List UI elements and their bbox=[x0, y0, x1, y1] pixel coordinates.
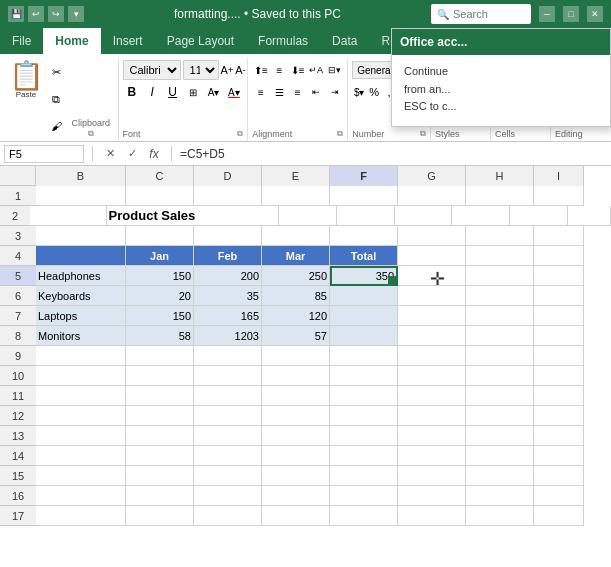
col-header-d[interactable]: D bbox=[194, 166, 262, 186]
cell-f8[interactable] bbox=[330, 326, 398, 346]
cell-i1[interactable] bbox=[534, 186, 584, 206]
cell-e5[interactable]: 250 bbox=[262, 266, 330, 286]
underline-button[interactable]: U bbox=[163, 82, 181, 102]
cell-i4[interactable] bbox=[534, 246, 584, 266]
cell-d14[interactable] bbox=[194, 446, 262, 466]
cell-h11[interactable] bbox=[466, 386, 534, 406]
row-header-2[interactable]: 2 bbox=[0, 206, 30, 226]
cell-f5[interactable]: 350 bbox=[330, 266, 398, 286]
row-header-11[interactable]: 11 bbox=[0, 386, 36, 406]
cell-g17[interactable] bbox=[398, 506, 466, 526]
formula-cancel-button[interactable]: ✕ bbox=[101, 145, 119, 163]
align-center-button[interactable]: ☰ bbox=[271, 82, 288, 102]
cell-i15[interactable] bbox=[534, 466, 584, 486]
cell-e10[interactable] bbox=[262, 366, 330, 386]
cell-h1[interactable] bbox=[466, 186, 534, 206]
cell-b10[interactable] bbox=[36, 366, 126, 386]
col-header-g[interactable]: G bbox=[398, 166, 466, 186]
cell-b15[interactable] bbox=[36, 466, 126, 486]
cell-c17[interactable] bbox=[126, 506, 194, 526]
cell-f3[interactable] bbox=[330, 226, 398, 246]
cell-h15[interactable] bbox=[466, 466, 534, 486]
tab-formulas[interactable]: Formulas bbox=[246, 28, 320, 54]
search-box[interactable]: 🔍 bbox=[431, 4, 531, 24]
cell-e4[interactable]: Mar bbox=[262, 246, 330, 266]
office-popup[interactable]: Office acc... Continue from an... ESC to… bbox=[391, 28, 611, 127]
align-middle-button[interactable]: ≡ bbox=[271, 60, 288, 80]
cell-h16[interactable] bbox=[466, 486, 534, 506]
cell-h8[interactable] bbox=[466, 326, 534, 346]
cell-c11[interactable] bbox=[126, 386, 194, 406]
tab-file[interactable]: File bbox=[0, 28, 43, 54]
cell-f13[interactable] bbox=[330, 426, 398, 446]
cell-g3[interactable] bbox=[398, 226, 466, 246]
cell-e8[interactable]: 57 bbox=[262, 326, 330, 346]
cell-c5[interactable]: 150 bbox=[126, 266, 194, 286]
cell-b16[interactable] bbox=[36, 486, 126, 506]
cell-i14[interactable] bbox=[534, 446, 584, 466]
row-header-13[interactable]: 13 bbox=[0, 426, 36, 446]
row-header-5[interactable]: 5 bbox=[0, 266, 36, 286]
tab-data[interactable]: Data bbox=[320, 28, 369, 54]
cell-e12[interactable] bbox=[262, 406, 330, 426]
cell-d3[interactable] bbox=[194, 226, 262, 246]
cell-f6[interactable] bbox=[330, 286, 398, 306]
format-painter-button[interactable]: 🖌 bbox=[46, 117, 66, 135]
cell-i5[interactable] bbox=[534, 266, 584, 286]
cell-c13[interactable] bbox=[126, 426, 194, 446]
cell-i6[interactable] bbox=[534, 286, 584, 306]
cell-g6[interactable] bbox=[398, 286, 466, 306]
cell-c9[interactable] bbox=[126, 346, 194, 366]
decrease-font-button[interactable]: A- bbox=[235, 60, 245, 80]
cell-e1[interactable] bbox=[262, 186, 330, 206]
cell-d8[interactable]: 1203 bbox=[194, 326, 262, 346]
row-header-17[interactable]: 17 bbox=[0, 506, 36, 526]
cell-h10[interactable] bbox=[466, 366, 534, 386]
cell-c3[interactable] bbox=[126, 226, 194, 246]
cell-h14[interactable] bbox=[466, 446, 534, 466]
tab-insert[interactable]: Insert bbox=[101, 28, 155, 54]
maximize-icon[interactable]: □ bbox=[563, 6, 579, 22]
percent-button[interactable]: % bbox=[367, 82, 381, 102]
col-header-h[interactable]: H bbox=[466, 166, 534, 186]
cut-button[interactable]: ✂ bbox=[46, 64, 66, 82]
cell-f1[interactable] bbox=[330, 186, 398, 206]
font-name-select[interactable]: Calibri bbox=[123, 60, 181, 80]
cell-b17[interactable] bbox=[36, 506, 126, 526]
search-input[interactable] bbox=[453, 8, 513, 20]
cell-h2[interactable] bbox=[510, 206, 568, 226]
cell-d7[interactable]: 165 bbox=[194, 306, 262, 326]
row-header-4[interactable]: 4 bbox=[0, 246, 36, 266]
cell-i8[interactable] bbox=[534, 326, 584, 346]
cell-i13[interactable] bbox=[534, 426, 584, 446]
cell-h13[interactable] bbox=[466, 426, 534, 446]
cell-e3[interactable] bbox=[262, 226, 330, 246]
col-header-e[interactable]: E bbox=[262, 166, 330, 186]
formula-input[interactable] bbox=[180, 147, 607, 161]
cell-f14[interactable] bbox=[330, 446, 398, 466]
cell-d1[interactable] bbox=[194, 186, 262, 206]
row-header-1[interactable]: 1 bbox=[0, 186, 36, 206]
cell-c6[interactable]: 20 bbox=[126, 286, 194, 306]
cell-c7[interactable]: 150 bbox=[126, 306, 194, 326]
cell-d6[interactable]: 35 bbox=[194, 286, 262, 306]
col-header-f[interactable]: F bbox=[330, 166, 398, 186]
cell-f16[interactable] bbox=[330, 486, 398, 506]
cell-c10[interactable] bbox=[126, 366, 194, 386]
cell-g14[interactable] bbox=[398, 446, 466, 466]
cell-c16[interactable] bbox=[126, 486, 194, 506]
fill-color-button[interactable]: A▾ bbox=[204, 82, 222, 102]
cell-b12[interactable] bbox=[36, 406, 126, 426]
indent-decrease-button[interactable]: ⇤ bbox=[307, 82, 324, 102]
cell-e11[interactable] bbox=[262, 386, 330, 406]
border-button[interactable]: ⊞ bbox=[184, 82, 202, 102]
align-top-button[interactable]: ⬆≡ bbox=[252, 60, 269, 80]
cell-e9[interactable] bbox=[262, 346, 330, 366]
insert-function-button[interactable]: fx bbox=[145, 145, 163, 163]
row-header-15[interactable]: 15 bbox=[0, 466, 36, 486]
cell-g5[interactable] bbox=[398, 266, 466, 286]
col-header-c[interactable]: C bbox=[126, 166, 194, 186]
cell-c12[interactable] bbox=[126, 406, 194, 426]
cell-c4[interactable]: Jan bbox=[126, 246, 194, 266]
cell-h5[interactable] bbox=[466, 266, 534, 286]
